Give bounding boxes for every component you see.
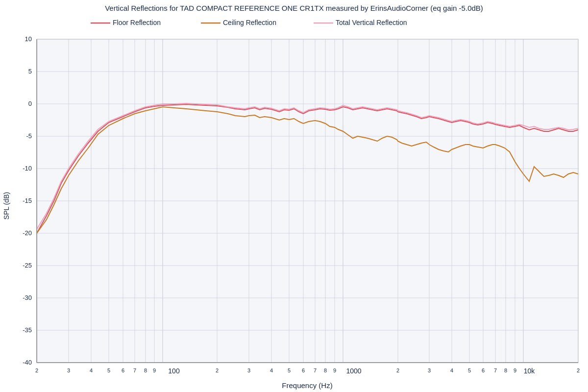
svg-text:3: 3 (428, 368, 431, 373)
chart-title: Vertical Reflections for TAD COMPACT REF… (105, 4, 483, 12)
y-label-10: 10 (25, 35, 32, 43)
chart-container: Vertical Reflections for TAD COMPACT REF… (0, 0, 588, 392)
svg-text:9: 9 (514, 368, 516, 373)
svg-text:4: 4 (450, 368, 453, 373)
svg-text:7: 7 (314, 368, 317, 373)
y-label-5: 5 (28, 68, 32, 75)
svg-text:5: 5 (288, 368, 291, 373)
x-label-100: 100 (168, 367, 180, 375)
svg-text:7: 7 (133, 368, 136, 373)
svg-text:4: 4 (270, 368, 273, 373)
svg-text:2: 2 (216, 368, 219, 373)
svg-text:8: 8 (324, 368, 327, 373)
y-label-minus10: -10 (23, 165, 32, 172)
svg-text:6: 6 (302, 368, 305, 373)
svg-text:2: 2 (35, 368, 38, 373)
svg-text:8: 8 (144, 368, 147, 373)
legend-floor: Floor Reflection (113, 19, 161, 26)
svg-text:4: 4 (90, 368, 93, 373)
svg-text:3: 3 (247, 368, 250, 373)
legend-ceiling: Ceiling Reflection (223, 19, 276, 26)
y-axis-label: SPL (dB) (2, 192, 10, 220)
x-label-10k: 10k (524, 367, 536, 375)
svg-text:8: 8 (504, 368, 507, 373)
svg-text:5: 5 (468, 368, 471, 373)
y-label-minus40: -40 (23, 359, 32, 366)
svg-text:3: 3 (67, 368, 70, 373)
y-label-minus5: -5 (26, 132, 32, 140)
y-label-minus30: -30 (23, 294, 32, 301)
svg-text:9: 9 (153, 368, 156, 373)
svg-text:7: 7 (494, 368, 497, 373)
x-label-1000: 1000 (346, 367, 361, 375)
x-axis-label: Frequency (Hz) (282, 381, 332, 390)
svg-text:6: 6 (122, 368, 124, 373)
svg-text:6: 6 (482, 368, 485, 373)
legend-total: Total Vertical Reflection (336, 19, 407, 26)
svg-text:2: 2 (396, 368, 399, 373)
y-label-minus25: -25 (23, 262, 32, 269)
y-label-minus20: -20 (23, 229, 32, 237)
svg-text:5: 5 (107, 368, 110, 373)
y-label-0: 0 (28, 100, 32, 107)
y-label-minus15: -15 (23, 197, 32, 204)
y-label-minus35: -35 (23, 326, 32, 334)
svg-text:9: 9 (333, 368, 336, 373)
svg-text:2: 2 (577, 368, 580, 373)
